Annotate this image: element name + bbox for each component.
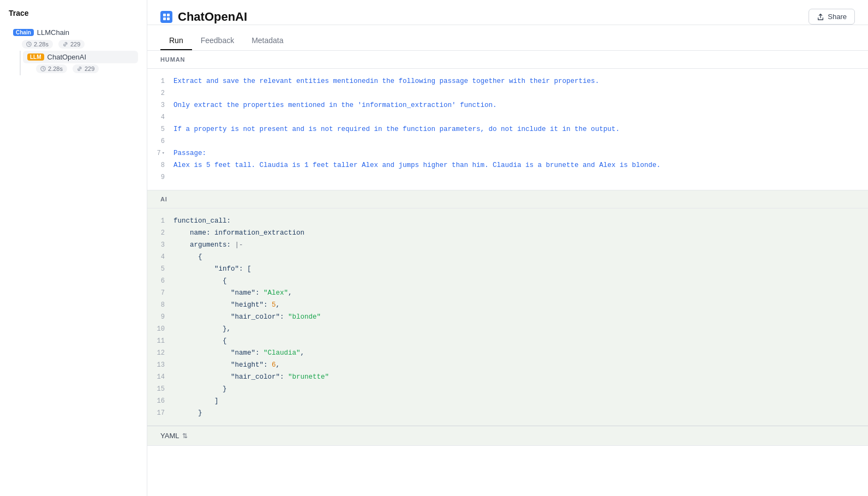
ai-line-6: 6 { <box>147 275 868 287</box>
ai-line-4: 4 { <box>147 251 868 263</box>
ai-line-7: 7 "name": "Alex", <box>147 287 868 299</box>
ai-section: AI 1 function_call: 2 name: information_… <box>147 190 868 446</box>
chatopenai-label: ChatOpenAI <box>47 53 87 61</box>
llmchain-meta: 2.28s 229 <box>17 39 138 51</box>
header-left: ChatOpenAI <box>160 10 247 24</box>
code-line: 2 <box>147 87 868 99</box>
page-title: ChatOpenAI <box>178 10 247 24</box>
human-code-block: 1 Extract and save the relevant entities… <box>147 69 868 190</box>
code-line: 4 <box>147 111 868 123</box>
ai-line-11: 11 { <box>147 335 868 347</box>
human-section: HUMAN 1 Extract and save the relevant en… <box>147 51 868 190</box>
llmchain-tokens-chip: 229 <box>58 40 85 49</box>
code-line: 5 If a property is not present and is no… <box>147 123 868 135</box>
ai-line-1: 1 function_call: <box>147 215 868 227</box>
ai-line-17: 17 } <box>147 407 868 419</box>
svg-rect-3 <box>167 14 170 16</box>
svg-rect-5 <box>167 17 170 20</box>
header-icon <box>160 11 172 23</box>
ai-line-12: 12 "name": "Claudia", <box>147 347 868 359</box>
ai-section-header: AI <box>147 190 868 208</box>
ai-line-3: 3 arguments: |- <box>147 239 868 251</box>
llmchain-row[interactable]: Chain LLMChain <box>9 26 138 39</box>
yaml-label: YAML <box>160 432 179 440</box>
line-content-1: Extract and save the relevant entities m… <box>173 76 599 87</box>
chatopenai-row[interactable]: LLM ChatOpenAI <box>23 51 138 63</box>
ai-line-15: 15 } <box>147 383 868 395</box>
code-line: 1 Extract and save the relevant entities… <box>147 75 868 87</box>
main-panel: ChatOpenAI Share Run Feedback Metadata H… <box>147 0 868 496</box>
sidebar-title: Trace <box>0 9 147 24</box>
ai-line-10: 10 }, <box>147 323 868 335</box>
svg-rect-4 <box>163 17 166 20</box>
code-line: 7 ▾ Passage: <box>147 147 868 159</box>
line-num-1: 1 <box>147 76 173 87</box>
chatopenai-tokens-chip: 229 <box>73 64 99 73</box>
ai-line-2: 2 name: information_extraction <box>147 227 868 239</box>
ai-line-14: 14 "hair_color": "brunette" <box>147 371 868 383</box>
ai-line-16: 16 ] <box>147 395 868 407</box>
grid-icon <box>163 13 170 21</box>
code-line: 9 <box>147 171 868 183</box>
header: ChatOpenAI Share <box>147 0 868 25</box>
link-icon <box>63 41 68 47</box>
human-section-header: HUMAN <box>147 51 868 69</box>
ai-line-8: 8 "height": 5, <box>147 299 868 311</box>
chatopenai-meta: 2.28s 229 <box>32 63 138 75</box>
yaml-toggle-icon[interactable]: ⇅ <box>182 432 188 440</box>
chatopenai-time-chip: 2.28s <box>36 64 67 73</box>
tab-run[interactable]: Run <box>160 32 192 50</box>
tree-item-llmchain[interactable]: Chain LLMChain 2.28s 229 LLM Cha <box>0 24 147 77</box>
ai-line-5: 5 "info": [ <box>147 263 868 275</box>
share-button[interactable]: Share <box>809 9 855 25</box>
share-icon <box>817 13 824 21</box>
link-icon-2 <box>77 66 82 71</box>
tab-feedback[interactable]: Feedback <box>192 32 243 50</box>
chain-badge: Chain <box>13 29 34 36</box>
tab-metadata[interactable]: Metadata <box>243 32 292 50</box>
content-area: HUMAN 1 Extract and save the relevant en… <box>147 51 868 496</box>
svg-rect-2 <box>163 14 166 16</box>
code-line: 8 Alex is 5 feet tall. Claudia is 1 feet… <box>147 159 868 171</box>
tree-child-chatopenai: LLM ChatOpenAI 2.28s 229 <box>20 51 138 75</box>
tab-bar: Run Feedback Metadata <box>147 32 868 51</box>
clock-icon-2 <box>40 66 46 71</box>
ai-code-block: 1 function_call: 2 name: information_ext… <box>147 208 868 426</box>
llmchain-label: LLMChain <box>37 28 69 37</box>
llm-badge: LLM <box>27 53 44 61</box>
ai-line-9: 9 "hair_color": "blonde" <box>147 311 868 323</box>
toggle-chevron[interactable]: ▾ <box>162 148 165 159</box>
ai-line-13: 13 "height": 6, <box>147 359 868 371</box>
yaml-footer: YAML ⇅ <box>147 426 868 445</box>
clock-icon <box>26 41 32 47</box>
sidebar: Trace Chain LLMChain 2.28s 229 <box>0 0 147 496</box>
llmchain-time-chip: 2.28s <box>22 40 53 49</box>
code-line: 6 <box>147 135 868 147</box>
code-line: 3 Only extract the properties mentioned … <box>147 99 868 111</box>
